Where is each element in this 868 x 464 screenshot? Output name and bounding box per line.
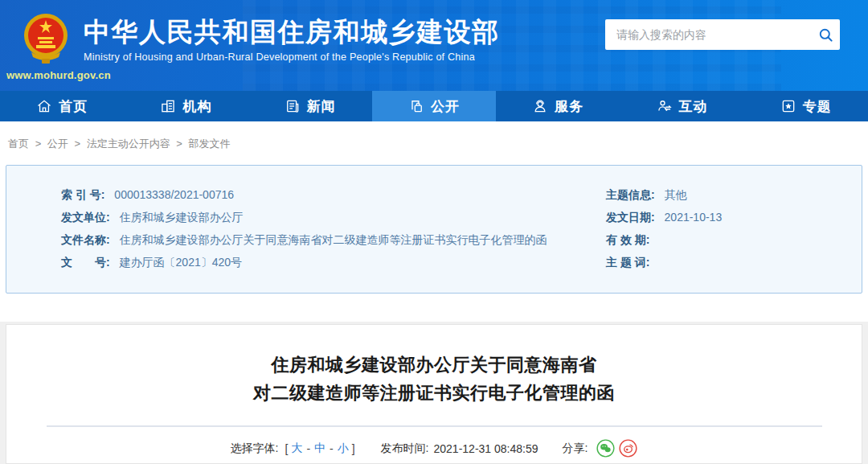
nav-item-topics[interactable]: 专题 <box>744 91 868 121</box>
info-label: 发文单位: <box>61 211 110 224</box>
section-gap <box>0 294 868 322</box>
search-button[interactable] <box>811 19 840 50</box>
weibo-share-icon[interactable] <box>619 439 637 458</box>
publish-time-label: 发布时间: <box>381 441 429 456</box>
breadcrumb-separator: > <box>74 138 80 150</box>
breadcrumb-separator: > <box>176 138 182 150</box>
article-section: 住房和城乡建设部办公厅关于同意海南省 对二级建造师等注册证书实行电子化管理的函 … <box>0 322 868 464</box>
info-value: 住房和城乡建设部办公厅 <box>120 211 244 224</box>
search-box <box>605 19 840 50</box>
info-row-validity: 有 效 期: <box>606 232 862 248</box>
search-icon <box>818 27 833 43</box>
home-icon <box>36 98 52 114</box>
font-size-label: 选择字体: <box>231 441 279 456</box>
info-label: 文件名称: <box>61 233 110 246</box>
font-size-large-button[interactable]: 大 <box>291 441 302 456</box>
info-value: 000013338/2021-00716 <box>114 188 234 201</box>
national-emblem <box>22 10 70 67</box>
nav-item-interaction[interactable]: 互动 <box>620 91 743 121</box>
nav-item-service[interactable]: 服务 <box>496 91 620 121</box>
info-value: 2021-10-13 <box>665 211 723 224</box>
article-title-line2: 对二级建造师等注册证书实行电子化管理的函 <box>6 379 862 407</box>
interaction-icon <box>657 98 673 114</box>
info-row-keywords: 主 题 词: <box>606 255 862 270</box>
nav-item-label: 机构 <box>182 97 211 116</box>
site-title-en: Ministry of Housing and Urban-Rural Deve… <box>84 51 500 63</box>
publish-time-group: 发布时间: 2021-12-31 08:48:59 <box>381 441 538 456</box>
font-size-small-button[interactable]: 小 <box>338 441 349 456</box>
nav-item-label: 互动 <box>679 97 708 116</box>
article-meta-bar: 选择字体: [ 大 - 中 - 小 ] 发布时间: 2021-12-31 08:… <box>6 439 862 458</box>
info-row-subject-info: 主题信息: 其他 <box>606 187 862 203</box>
info-row-document-number: 文 号: 建办厅函〔2021〕420号 <box>61 255 606 270</box>
info-value: 住房和城乡建设部办公厅关于同意海南省对二级建造师等注册证书实行电子化管理的函 <box>120 233 547 246</box>
bracket-open: [ <box>285 442 288 455</box>
search-input[interactable] <box>605 28 811 41</box>
breadcrumb-link-disclosure[interactable]: 公开 <box>47 138 68 150</box>
info-value: 建办厅函〔2021〕420号 <box>120 256 243 269</box>
nav-item-label: 公开 <box>431 97 460 116</box>
info-label: 文 号: <box>61 256 110 269</box>
nav-item-label: 专题 <box>803 97 832 116</box>
breadcrumb: 首页 > 公开 > 法定主动公开内容 > 部发文件 <box>0 121 868 165</box>
doc-info-left-column: 索 引 号: 000013338/2021-00716 发文单位: 住房和城乡建… <box>61 187 606 293</box>
share-label: 分享: <box>563 441 588 456</box>
article-divider <box>47 425 822 427</box>
breadcrumb-link-statutory-content[interactable]: 法定主动公开内容 <box>87 138 170 150</box>
article-title-line1: 住房和城乡建设部办公厅关于同意海南省 <box>6 351 862 379</box>
nav-item-news[interactable]: 新闻 <box>248 91 372 121</box>
site-url: www.mohurd.gov.cn <box>6 69 119 81</box>
share-group: 分享: <box>563 439 638 458</box>
nav-item-label: 服务 <box>555 97 583 116</box>
article-panel: 住房和城乡建设部办公厅关于同意海南省 对二级建造师等注册证书实行电子化管理的函 … <box>6 324 862 464</box>
info-row-issue-date: 发文日期: 2021-10-13 <box>606 210 862 225</box>
breadcrumb-link-home[interactable]: 首页 <box>8 138 29 150</box>
site-title-block: 中华人民共和国住房和城乡建设部 Ministry of Housing and … <box>84 16 500 63</box>
info-label: 发文日期: <box>606 211 655 224</box>
topic-icon <box>780 98 796 114</box>
info-value: 其他 <box>665 188 687 201</box>
font-size-dash: - <box>306 442 310 455</box>
info-label: 有 效 期: <box>606 233 649 246</box>
info-label: 索 引 号: <box>61 188 104 201</box>
bracket-close: ] <box>352 442 355 455</box>
organization-icon <box>160 98 176 114</box>
font-size-medium-button[interactable]: 中 <box>314 441 326 456</box>
doc-info-right-column: 主题信息: 其他 发文日期: 2021-10-13 有 效 期: 主 题 词: <box>606 187 862 293</box>
main-nav: 首页 机构 新闻 公开 服务 互动 <box>0 91 868 121</box>
info-label: 主 题 词: <box>606 256 649 269</box>
breadcrumb-current: 部发文件 <box>189 138 231 150</box>
nav-item-organization[interactable]: 机构 <box>124 91 248 121</box>
service-icon <box>532 98 548 114</box>
wechat-share-icon[interactable] <box>596 439 615 458</box>
publish-time-value: 2021-12-31 08:48:59 <box>434 442 538 455</box>
site-header: www.mohurd.gov.cn 中华人民共和国住房和城乡建设部 Minist… <box>0 0 868 91</box>
nav-item-home[interactable]: 首页 <box>0 91 124 121</box>
nav-item-disclosure[interactable]: 公开 <box>372 91 496 121</box>
news-icon <box>285 98 301 114</box>
info-label: 主题信息: <box>606 188 655 201</box>
info-row-index-number: 索 引 号: 000013338/2021-00716 <box>61 187 606 203</box>
document-info-panel: 索 引 号: 000013338/2021-00716 发文单位: 住房和城乡建… <box>6 165 862 294</box>
font-size-selector: 选择字体: [ 大 - 中 - 小 ] <box>231 441 357 456</box>
breadcrumb-separator: > <box>35 138 42 150</box>
nav-item-label: 首页 <box>59 97 88 116</box>
info-row-document-title: 文件名称: 住房和城乡建设部办公厅关于同意海南省对二级建造师等注册证书实行电子化… <box>61 232 606 248</box>
nav-item-label: 新闻 <box>307 97 336 116</box>
info-row-issuing-unit: 发文单位: 住房和城乡建设部办公厅 <box>61 210 606 225</box>
article-title: 住房和城乡建设部办公厅关于同意海南省 对二级建造师等注册证书实行电子化管理的函 <box>6 351 862 407</box>
disclosure-icon <box>408 98 424 114</box>
site-title-cn: 中华人民共和国住房和城乡建设部 <box>84 16 500 48</box>
font-size-dash: - <box>330 442 334 455</box>
